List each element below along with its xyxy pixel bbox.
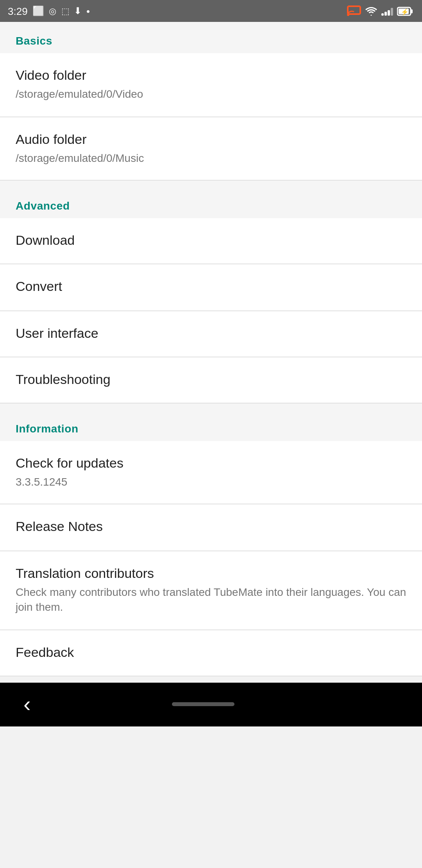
troubleshooting-item[interactable]: Troubleshooting bbox=[0, 357, 422, 403]
video-folder-item[interactable]: Video folder /storage/emulated/0/Video bbox=[0, 53, 422, 117]
feedback-item[interactable]: Feedback bbox=[0, 630, 422, 676]
wifi-icon bbox=[365, 6, 377, 16]
notification-icon-2: ◎ bbox=[49, 6, 57, 16]
svg-point-1 bbox=[347, 14, 349, 16]
release-notes-item[interactable]: Release Notes bbox=[0, 505, 422, 551]
check-updates-title: Check for updates bbox=[16, 455, 406, 472]
translation-contributors-title: Translation contributors bbox=[16, 565, 406, 582]
advanced-header: Advanced bbox=[0, 187, 422, 219]
svg-rect-0 bbox=[348, 6, 360, 14]
troubleshooting-title: Troubleshooting bbox=[16, 371, 406, 388]
check-updates-item[interactable]: Check for updates 3.3.5.1245 bbox=[0, 441, 422, 505]
status-time: 3:29 bbox=[8, 5, 28, 17]
user-interface-title: User interface bbox=[16, 325, 406, 342]
download-icon: ⬇ bbox=[74, 5, 82, 16]
notification-icon-3: ⬚ bbox=[61, 6, 69, 16]
user-interface-item[interactable]: User interface bbox=[0, 311, 422, 357]
svg-text:⚡: ⚡ bbox=[401, 8, 409, 15]
check-updates-version: 3.3.5.1245 bbox=[16, 475, 406, 490]
signal-icon bbox=[381, 6, 393, 16]
download-item[interactable]: Download bbox=[0, 219, 422, 265]
back-button[interactable]: ‹ bbox=[23, 692, 31, 717]
dot-icon: ● bbox=[86, 7, 90, 14]
video-folder-title: Video folder bbox=[16, 67, 406, 84]
translation-contributors-item[interactable]: Translation contributors Check many cont… bbox=[0, 551, 422, 630]
convert-item[interactable]: Convert bbox=[0, 265, 422, 311]
information-section: Information Check for updates 3.3.5.1245… bbox=[0, 410, 422, 676]
notification-icon-1: ⬜ bbox=[32, 5, 44, 16]
release-notes-title: Release Notes bbox=[16, 519, 406, 536]
translation-contributors-desc: Check many contributors who translated T… bbox=[16, 585, 406, 615]
basics-section: Basics Video folder /storage/emulated/0/… bbox=[0, 22, 422, 181]
status-right: ⚡ bbox=[347, 5, 414, 16]
home-indicator[interactable] bbox=[172, 703, 234, 707]
advanced-section: Advanced Download Convert User interface… bbox=[0, 187, 422, 404]
battery-icon: ⚡ bbox=[397, 6, 414, 16]
audio-folder-title: Audio folder bbox=[16, 131, 406, 148]
feedback-title: Feedback bbox=[16, 644, 406, 662]
status-left: 3:29 ⬜ ◎ ⬚ ⬇ ● bbox=[8, 5, 90, 17]
cast-icon bbox=[347, 5, 361, 16]
audio-folder-path: /storage/emulated/0/Music bbox=[16, 151, 406, 166]
video-folder-path: /storage/emulated/0/Video bbox=[16, 87, 406, 102]
information-header: Information bbox=[0, 410, 422, 441]
status-bar: 3:29 ⬜ ◎ ⬚ ⬇ ● bbox=[0, 0, 422, 22]
basics-header: Basics bbox=[0, 22, 422, 53]
settings-content: Basics Video folder /storage/emulated/0/… bbox=[0, 22, 422, 676]
audio-folder-item[interactable]: Audio folder /storage/emulated/0/Music bbox=[0, 117, 422, 181]
download-title: Download bbox=[16, 233, 406, 250]
convert-title: Convert bbox=[16, 279, 406, 296]
svg-rect-4 bbox=[411, 9, 413, 13]
navigation-bar: ‹ bbox=[0, 683, 422, 726]
